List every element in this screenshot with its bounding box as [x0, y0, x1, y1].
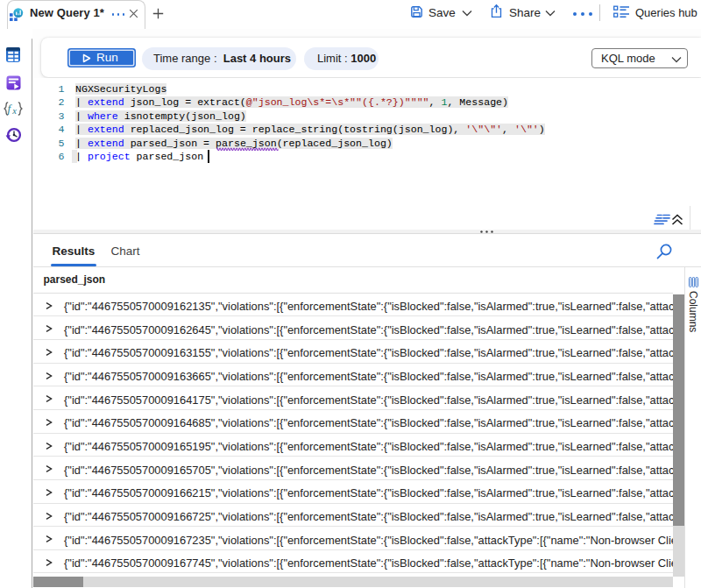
- svg-text:x: x: [11, 106, 17, 116]
